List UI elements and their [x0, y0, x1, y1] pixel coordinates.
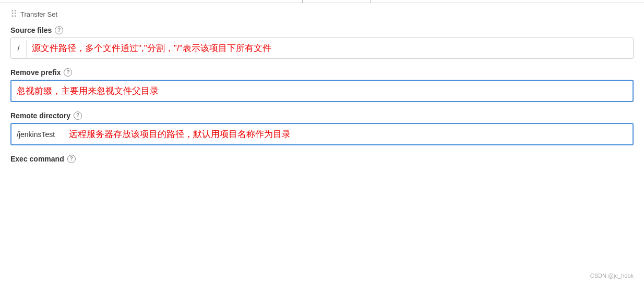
drag-handle-icon[interactable]: ⠿	[10, 8, 17, 20]
source-files-group: Source files ? / 源文件路径，多个文件通过","分割，"/"表示…	[10, 26, 634, 59]
remove-prefix-annotation: 忽视前缀，主要用来忽视文件父目录	[17, 86, 159, 96]
remove-prefix-input-wrapper: 忽视前缀，主要用来忽视文件父目录	[10, 80, 634, 102]
remote-directory-help-icon[interactable]: ?	[74, 111, 82, 120]
remove-prefix-help-icon[interactable]: ?	[64, 68, 72, 77]
transfer-set-container: ⠿ Transfer Set Source files ? / 源文件路径，多个…	[0, 3, 644, 183]
page-wrapper: ⠿ Transfer Set Source files ? / 源文件路径，多个…	[0, 0, 644, 285]
transfer-set-header: ⠿ Transfer Set	[10, 8, 634, 20]
remove-prefix-group: Remove prefix ? 忽视前缀，主要用来忽视文件父目录	[10, 68, 634, 102]
exec-command-label: Exec command ?	[10, 155, 634, 163]
source-files-annotation: 源文件路径，多个文件通过","分割，"/"表示该项目下所有文件	[27, 38, 633, 58]
remote-directory-label: Remote directory ?	[10, 111, 634, 120]
footer-note: CSDN @jc_hook	[590, 272, 634, 279]
source-files-input-wrapper: / 源文件路径，多个文件通过","分割，"/"表示该项目下所有文件	[10, 38, 634, 59]
source-files-label: Source files ?	[10, 26, 634, 34]
source-files-help-icon[interactable]: ?	[55, 26, 63, 34]
source-files-prefix: /	[11, 40, 27, 57]
exec-command-help-icon[interactable]: ?	[67, 155, 76, 163]
remote-directory-group: Remote directory ? /jenkinsTest 远程服务器存放该…	[10, 111, 634, 145]
remote-directory-annotation: 远程服务器存放该项目的路径，默认用项目名称作为目录	[64, 124, 296, 144]
exec-command-group: Exec command ?	[10, 155, 634, 163]
transfer-set-title: Transfer Set	[20, 10, 57, 18]
remote-directory-value: /jenkinsTest	[11, 126, 64, 143]
remove-prefix-label: Remove prefix ?	[10, 68, 634, 77]
remote-directory-input-wrapper: /jenkinsTest 远程服务器存放该项目的路径，默认用项目名称作为目录	[10, 123, 634, 145]
